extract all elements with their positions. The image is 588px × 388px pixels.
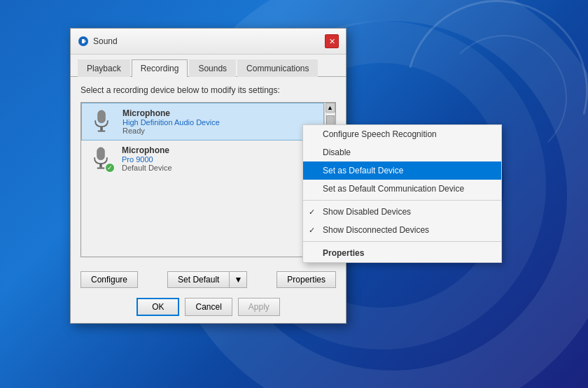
check-disabled-icon: ✓ [309,208,315,217]
svg-rect-2 [100,127,103,130]
device-list-container: Microphone High Definition Audio Device … [80,102,336,257]
device-name-2: Microphone [122,145,318,155]
disable-label: Disable [323,148,351,157]
device-status-1: Ready [122,127,318,135]
scroll-up[interactable]: ▲ [326,103,335,113]
device-name-1: Microphone [122,108,318,118]
set-default-group: Set Default ▼ [167,271,247,288]
apply-button[interactable]: Apply [238,298,280,316]
cancel-button[interactable]: Cancel [185,298,232,316]
set-default-comm-label: Set as Default Communication Device [323,184,464,194]
device-info-2: Microphone Pro 9000 Default Device [122,145,318,172]
ok-button[interactable]: OK [136,298,179,316]
svg-rect-6 [97,168,105,169]
tab-bar: Playback Recording Sounds Communications [71,55,346,77]
context-item-configure-speech[interactable]: Configure Speech Recognition [303,125,501,143]
tab-recording[interactable]: Recording [132,59,188,77]
device-sub-1: High Definition Audio Device [122,118,318,127]
properties-context-label: Properties [323,248,364,258]
device-item-1[interactable]: Microphone High Definition Audio Device … [81,103,324,141]
svg-rect-3 [98,131,106,132]
context-item-show-disabled[interactable]: ✓ Show Disabled Devices [303,203,501,221]
close-button[interactable]: ✕ [325,34,339,48]
tab-sounds[interactable]: Sounds [189,59,236,77]
context-separator-1 [303,200,501,201]
device-icon-2: ✓ [87,145,115,173]
device-status-2: Default Device [122,164,318,172]
device-sub-2: Pro 9000 [122,155,318,164]
properties-button[interactable]: Properties [276,271,336,288]
tab-playback[interactable]: Playback [78,59,130,77]
check-disconnected-icon: ✓ [309,226,315,235]
device-info-1: Microphone High Definition Audio Device … [122,108,318,135]
dialog-bottom-row: Configure Set Default ▼ Properties [71,266,346,294]
svg-rect-5 [99,164,102,167]
sound-icon [78,36,89,47]
tab-communications[interactable]: Communications [237,59,318,77]
instruction-text: Select a recording device below to modif… [80,85,336,95]
svg-rect-4 [97,148,105,160]
configure-speech-label: Configure Speech Recognition [323,129,437,139]
dialog-title: Sound [93,36,325,46]
set-default-button[interactable]: Set Default [167,271,229,288]
set-default-label: Set as Default Device [323,166,403,175]
show-disabled-label: Show Disabled Devices [323,207,411,217]
device-list: Microphone High Definition Audio Device … [81,103,324,257]
context-item-disable[interactable]: Disable [303,143,501,161]
context-item-properties[interactable]: Properties [303,244,501,262]
dialog-titlebar: Sound ✕ [71,29,346,55]
show-disconnected-label: Show Disconnected Devices [323,225,429,235]
context-item-set-default-comm[interactable]: Set as Default Communication Device [303,180,501,198]
dialog-action-row: OK Cancel Apply [71,294,346,323]
default-badge: ✓ [105,163,115,173]
device-item-2[interactable]: ✓ Microphone Pro 9000 Default Device [81,141,324,178]
context-item-show-disconnected[interactable]: ✓ Show Disconnected Devices [303,221,501,239]
configure-button[interactable]: Configure [80,271,138,288]
context-item-set-default[interactable]: Set as Default Device [303,161,501,180]
svg-rect-1 [98,110,106,123]
device-icon-1 [88,108,115,136]
context-menu: Configure Speech Recognition Disable Set… [302,124,502,263]
set-default-dropdown[interactable]: ▼ [229,271,247,288]
context-separator-2 [303,241,501,242]
